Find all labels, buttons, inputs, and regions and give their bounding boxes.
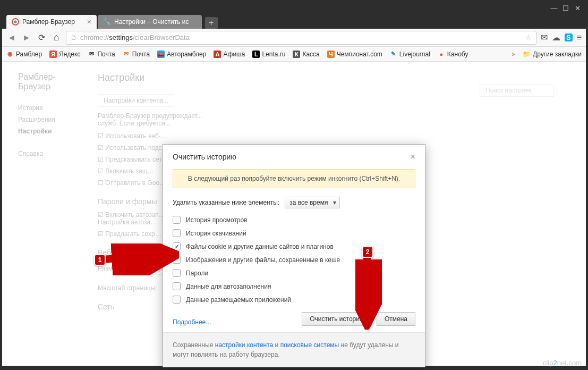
minimize-icon[interactable]: —: [550, 4, 558, 12]
checkbox-icon: [173, 216, 181, 224]
tab-close-icon[interactable]: ×: [87, 18, 91, 26]
kanobu-bm-icon: ●: [438, 51, 445, 58]
bookmark-lenta[interactable]: LLenta.ru: [252, 51, 285, 58]
url-mid: settings: [109, 33, 133, 41]
annotation-arrow-1: 1: [94, 243, 179, 278]
lenta-bm-icon: L: [252, 51, 260, 58]
rambler-icon: [12, 18, 19, 26]
bookmark-kassa[interactable]: ККасса: [293, 51, 319, 58]
nav-toolbar: ◄ ► ⟳ ⌂ 🗋 chrome://settings/clearBrowser…: [2, 29, 586, 47]
cancel-button[interactable]: Отмена: [377, 312, 415, 326]
toolbar-right: ✉ ☁ S ≡: [541, 32, 582, 43]
url-prefix: chrome://: [80, 33, 109, 41]
forward-button[interactable]: ►: [21, 33, 32, 43]
yandex-bm-icon: Я: [49, 51, 57, 58]
time-range-dropdown[interactable]: за все время: [285, 197, 340, 208]
clear-history-dialog: Очистить историю × В следующий раз попро…: [163, 144, 425, 367]
bookmark-mail1[interactable]: ✉Почта: [88, 51, 115, 58]
cloud-icon[interactable]: ☁: [552, 32, 560, 43]
delete-label: Удалить указанные ниже элементы:: [173, 199, 279, 206]
checkbox-icon: [173, 282, 181, 290]
bookmark-mail2[interactable]: ✉Почта: [123, 51, 150, 58]
dialog-close-icon[interactable]: ×: [411, 152, 415, 162]
afisha-bm-icon: А: [214, 51, 221, 58]
bookmarks-bar: ◉Рамблер ЯЯндекс ✉Почта ✉Почта 🚗Авторамб…: [2, 47, 586, 62]
window-titlebar: — ☐ ✕: [2, 2, 586, 14]
bookmark-champ[interactable]: ЧЧемпионат.com: [327, 51, 382, 58]
bookmark-rambler[interactable]: ◉Рамблер: [6, 51, 42, 58]
tab-close-icon[interactable]: ×: [192, 18, 196, 26]
annotation-arrow-2: 2: [355, 245, 382, 332]
bookmark-autorambler[interactable]: 🚗Авторамблер: [157, 51, 206, 58]
other-bookmarks[interactable]: 📁Другие закладки: [523, 51, 582, 58]
auto-bm-icon: 🚗: [157, 51, 165, 58]
close-window-icon[interactable]: ✕: [573, 4, 582, 12]
champ-bm-icon: Ч: [327, 51, 335, 58]
lj-bm-icon: ✎: [390, 51, 397, 58]
tab-label: Настройки – Очистить ис: [114, 18, 189, 26]
rambler-bm-icon: ◉: [6, 51, 14, 58]
checkbox-icon: [173, 296, 181, 304]
page-content: Рамблер-Браузер История Расширения Настр…: [2, 62, 586, 366]
page-icon: 🗋: [71, 34, 77, 41]
bookmarks-overflow[interactable]: »: [512, 51, 515, 58]
mail-bm-icon: ✉: [88, 51, 95, 58]
bookmark-lj[interactable]: ✎Livejournal: [390, 51, 430, 58]
checkbox-icon: [173, 229, 181, 237]
bookmark-afisha[interactable]: ААфиша: [214, 51, 245, 58]
learn-more-link[interactable]: Подробнее...: [173, 318, 211, 326]
new-tab-button[interactable]: +: [205, 17, 218, 29]
star-icon[interactable]: ☆: [525, 33, 532, 41]
checkbox-download-history[interactable]: История скачиваний: [173, 229, 415, 237]
svg-line-3: [101, 255, 171, 259]
kassa-bm-icon: К: [293, 51, 300, 58]
wrench-icon: 🔧: [103, 18, 111, 26]
watermark: clip2net.com: [543, 359, 582, 367]
folder-icon: 📁: [523, 51, 531, 58]
annotation-badge-1: 1: [94, 254, 106, 266]
incognito-tip: В следующий раз попробуйте включить режи…: [173, 169, 415, 188]
skype-icon[interactable]: S: [565, 33, 573, 41]
dialog-title: Очистить историю: [173, 153, 236, 161]
reload-button[interactable]: ⟳: [36, 32, 47, 43]
tab-label: Рамблер-Браузер: [22, 18, 75, 26]
tab-strip: Рамблер-Браузер × 🔧 Настройки – Очистить…: [2, 14, 586, 29]
dialog-note: Сохраненные настройки контента и поисков…: [163, 332, 425, 367]
annotation-badge-2: 2: [362, 246, 373, 258]
maximize-icon[interactable]: ☐: [561, 4, 570, 12]
mail2-bm-icon: ✉: [123, 51, 130, 58]
bookmark-kanobu[interactable]: ●Канобу: [438, 51, 468, 58]
mail-icon[interactable]: ✉: [541, 32, 548, 43]
svg-point-1: [14, 21, 17, 23]
checkbox-browsing-history[interactable]: История просмотров: [173, 216, 415, 224]
dialog-overlay: Очистить историю × В следующий раз попро…: [2, 62, 586, 366]
tab-rambler[interactable]: Рамблер-Браузер ×: [6, 15, 97, 29]
menu-icon[interactable]: ≡: [577, 33, 582, 43]
back-button[interactable]: ◄: [6, 33, 17, 43]
tab-settings[interactable]: 🔧 Настройки – Очистить ис ×: [98, 15, 202, 29]
bookmark-yandex[interactable]: ЯЯндекс: [49, 51, 80, 58]
home-button[interactable]: ⌂: [51, 32, 62, 43]
url-bar[interactable]: 🗋 chrome://settings/clearBrowserData ☆: [66, 31, 536, 45]
url-suffix: /clearBrowserData: [133, 33, 190, 41]
search-engines-link[interactable]: поисковые системы: [280, 341, 339, 349]
content-settings-link[interactable]: настройки контента: [215, 341, 274, 349]
